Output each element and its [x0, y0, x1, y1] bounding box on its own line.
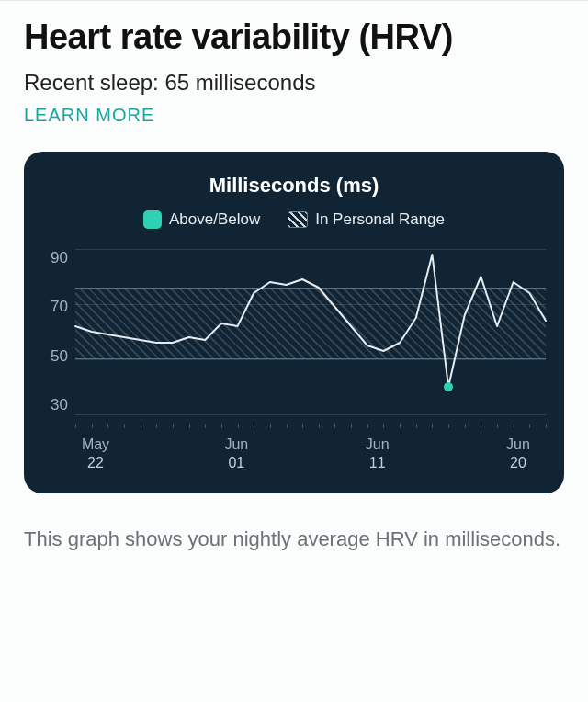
hrv-chart-card: Milliseconds (ms) Above/Below In Persona…	[24, 152, 564, 493]
legend-item-in-range: In Personal Range	[288, 210, 445, 229]
data-point-marker	[444, 382, 453, 391]
legend-swatch-hatch-icon	[288, 211, 308, 228]
x-axis-labels: May22Jun01Jun11Jun20	[42, 436, 546, 471]
x-tick-label: Jun20	[491, 436, 546, 471]
legend-item-above-below: Above/Below	[143, 210, 260, 229]
x-tick-label: May22	[68, 436, 123, 471]
x-tick-label: Jun01	[209, 436, 264, 471]
page-title: Heart rate variability (HRV)	[24, 17, 564, 57]
y-tick-label: 50	[42, 347, 68, 366]
legend-label: Above/Below	[169, 210, 260, 229]
subtitle: Recent sleep: 65 milliseconds	[24, 70, 564, 96]
legend-label: In Personal Range	[315, 210, 445, 229]
chart-legend: Above/Below In Personal Range	[42, 210, 546, 229]
chart-caption: This graph shows your nightly average HR…	[24, 521, 564, 558]
x-tick-label: Jun11	[350, 436, 405, 471]
x-axis-tickmarks	[75, 424, 546, 431]
y-tick-label: 30	[42, 396, 68, 414]
chart-plot-area	[75, 249, 546, 414]
y-tick-label: 90	[42, 249, 68, 267]
gridline	[75, 414, 546, 415]
y-axis-ticks: 90705030	[42, 249, 75, 414]
hrv-line-series	[75, 249, 546, 414]
chart-title: Milliseconds (ms)	[42, 174, 546, 198]
learn-more-link[interactable]: LEARN MORE	[24, 105, 154, 126]
y-tick-label: 70	[42, 298, 68, 316]
legend-swatch-solid-icon	[143, 210, 162, 229]
